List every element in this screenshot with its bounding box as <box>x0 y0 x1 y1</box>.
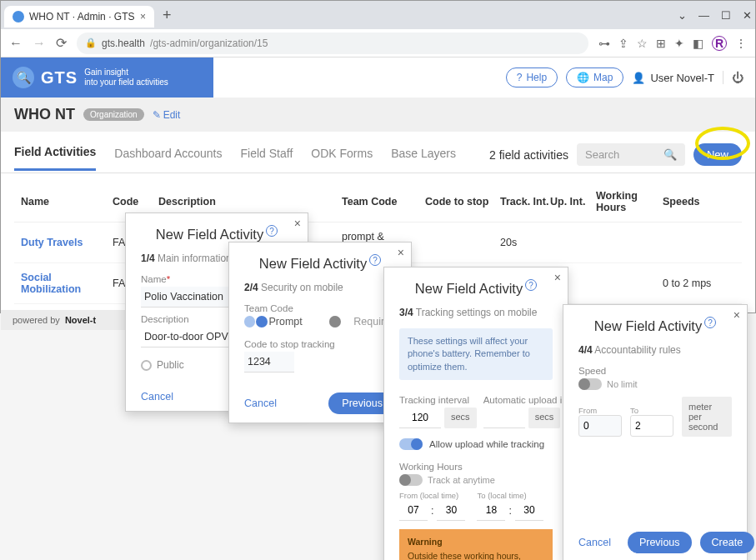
footer-brand: Novel-t <box>65 315 96 325</box>
tab-title: WHO NT · Admin · GTS <box>29 11 134 22</box>
upload-interval-input[interactable] <box>483 408 525 428</box>
allow-upload-toggle[interactable] <box>399 438 423 450</box>
col-wh: Working Hours <box>596 190 663 213</box>
new-tab-button[interactable]: + <box>163 7 172 24</box>
app-topbar: 🔍 GTS Gain insight into your field activ… <box>1 58 755 98</box>
url-host: gts.health <box>102 38 145 49</box>
url-path: /gts-admin/organization/15 <box>150 38 268 49</box>
modal-step-4: New Field Activity?× 4/4 Accountability … <box>563 304 748 560</box>
close-icon[interactable]: × <box>294 217 301 230</box>
profile-avatar[interactable]: R <box>712 36 727 51</box>
close-icon[interactable]: × <box>398 246 404 259</box>
tab-odk-forms[interactable]: ODK Forms <box>311 147 373 170</box>
col-desc: Description <box>158 196 342 208</box>
col-name: Name <box>21 196 113 208</box>
chevron-down-icon[interactable]: ⌄ <box>678 9 687 22</box>
star-icon[interactable]: ☆ <box>637 37 648 50</box>
modal-title: New Field Activity?× <box>384 268 568 302</box>
extension-icon[interactable]: ⊞ <box>656 37 666 50</box>
info-banner: These settings will affect your phone's … <box>399 328 553 380</box>
tab-dashboard-accounts[interactable]: Dashboard Accounts <box>114 147 222 170</box>
cancel-button[interactable]: Cancel <box>141 391 173 402</box>
create-button[interactable]: Create <box>700 532 755 553</box>
col-up: Up. Int. <box>550 196 596 208</box>
col-stop: Code to stop <box>425 196 500 208</box>
speed-unit: meter per second <box>682 397 732 437</box>
col-speed: Speeds <box>663 196 721 208</box>
grid-header-row: Name Code Description Team Code Code to … <box>14 182 742 222</box>
col-team: Team Code <box>342 196 425 208</box>
modal-title: New Field Activity?× <box>563 305 747 339</box>
puzzle-icon[interactable]: ✦ <box>674 37 684 50</box>
tab-base-layers[interactable]: Base Layers <box>391 147 456 170</box>
edit-link[interactable]: ✎Edit <box>153 109 181 121</box>
close-icon[interactable]: × <box>554 271 561 284</box>
help-icon[interactable]: ? <box>525 279 537 291</box>
user-icon: 👤 <box>632 72 645 84</box>
help-icon[interactable]: ? <box>369 254 381 266</box>
modal-step-3: New Field Activity?× 3/4 Tracking settin… <box>383 267 568 560</box>
maximize-icon[interactable]: ☐ <box>721 9 731 22</box>
row-name-link[interactable]: Social Mobilization <box>21 272 113 295</box>
browser-tab[interactable]: WHO NT · Admin · GTS × <box>4 6 154 28</box>
col-track: Track. Int. <box>500 196 550 208</box>
pencil-icon: ✎ <box>153 109 161 121</box>
address-bar: ← → ⟳ 🔒 gts.health/gts-admin/organizatio… <box>1 29 755 58</box>
search-input[interactable]: Search🔍 <box>577 143 685 166</box>
menu-icon[interactable]: ⋮ <box>735 37 747 50</box>
speed-from-input[interactable] <box>578 415 622 437</box>
from-hour-input[interactable] <box>399 500 428 521</box>
to-min-input[interactable] <box>515 500 543 521</box>
brand-logo-icon: 🔍 <box>13 67 34 88</box>
cancel-button[interactable]: Cancel <box>244 398 277 409</box>
tracking-interval-input[interactable] <box>399 408 441 428</box>
to-hour-input[interactable] <box>477 500 505 521</box>
col-code: Code <box>113 196 158 208</box>
stop-code-input[interactable] <box>244 352 294 372</box>
from-min-input[interactable] <box>437 500 465 521</box>
brand-tagline-1: Gain insight <box>84 68 168 78</box>
back-icon[interactable]: ← <box>9 36 23 51</box>
brand-tagline-2: into your field activities <box>84 78 168 88</box>
tab-close-icon[interactable]: × <box>140 11 146 22</box>
help-icon: ? <box>517 72 523 83</box>
previous-button[interactable]: Previous <box>628 532 692 553</box>
speed-to-input[interactable] <box>630 415 673 437</box>
org-title: WHO NT <box>14 106 75 123</box>
warning-banner: WarningOutside these working hours, trac… <box>399 529 553 560</box>
org-badge: Organization <box>83 108 144 121</box>
help-icon[interactable]: ? <box>704 317 716 328</box>
cancel-button[interactable]: Cancel <box>578 537 611 548</box>
row-name-link[interactable]: Duty Travels <box>21 237 113 248</box>
org-bar: WHO NT Organization ✎Edit <box>1 98 755 132</box>
close-window-icon[interactable]: ✕ <box>743 9 752 22</box>
favicon-icon <box>13 11 24 22</box>
key-icon[interactable]: ⊶ <box>598 37 610 50</box>
anytime-toggle[interactable] <box>399 474 423 486</box>
radio-icon <box>141 360 152 371</box>
nolimit-toggle[interactable] <box>578 378 602 390</box>
required-toggle[interactable] <box>329 316 340 328</box>
tab-field-activities[interactable]: Field Activities <box>14 145 96 171</box>
help-icon[interactable]: ? <box>266 225 278 237</box>
power-icon[interactable]: ⏻ <box>723 71 743 84</box>
panel-icon[interactable]: ◧ <box>693 37 703 50</box>
globe-icon: 🌐 <box>577 72 589 83</box>
browser-titlebar: WHO NT · Admin · GTS × + ⌄ — ☐ ✕ <box>1 1 755 29</box>
new-button[interactable]: New <box>693 143 742 166</box>
brand-name: GTS <box>41 68 78 88</box>
share-icon[interactable]: ⇪ <box>618 37 628 50</box>
reload-icon[interactable]: ⟳ <box>56 35 67 51</box>
url-field[interactable]: 🔒 gts.health/gts-admin/organization/15 <box>77 32 588 54</box>
close-icon[interactable]: × <box>733 308 740 322</box>
brand-block: 🔍 GTS Gain insight into your field activ… <box>1 58 213 98</box>
tab-field-staff[interactable]: Field Staff <box>241 147 293 170</box>
prompt-toggle[interactable] <box>244 316 255 328</box>
activity-count: 2 field activities <box>489 148 568 162</box>
map-button[interactable]: 🌐Map <box>566 68 623 88</box>
user-chip[interactable]: 👤User Novel-T <box>632 72 714 84</box>
lock-icon: 🔒 <box>85 38 97 48</box>
minimize-icon[interactable]: — <box>698 9 709 22</box>
tabs-bar: Field Activities Dashboard Accounts Fiel… <box>1 132 755 173</box>
help-button[interactable]: ?Help <box>506 68 558 88</box>
